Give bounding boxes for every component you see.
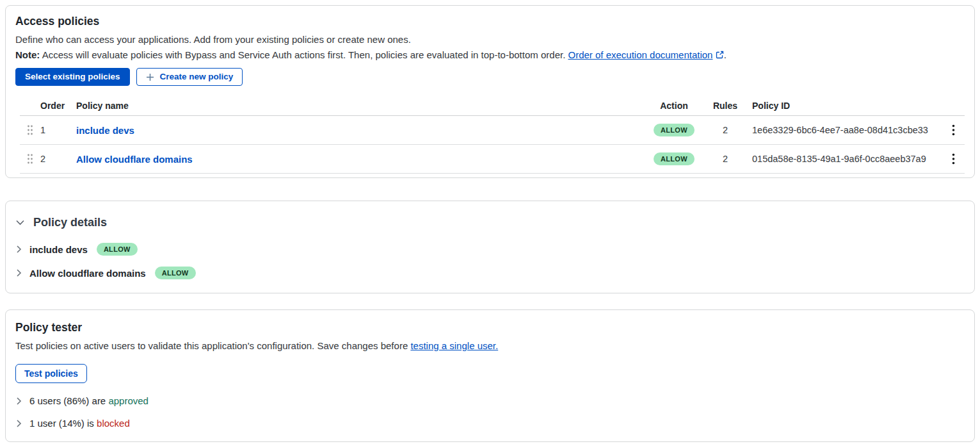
note-text: Note: Access will evaluate policies with…	[15, 47, 965, 62]
drag-handle-icon[interactable]	[20, 153, 40, 165]
column-header-rules: Rules	[705, 101, 746, 111]
policy-detail-item[interactable]: include devs ALLOW	[15, 243, 965, 256]
blocked-status: blocked	[97, 418, 130, 429]
chevron-right-icon	[15, 268, 22, 277]
column-header-policy-name: Policy name	[76, 101, 643, 111]
approved-status: approved	[108, 395, 149, 406]
result-summary: 1 user (14%) is blocked	[29, 418, 130, 429]
policy-details-header[interactable]: Policy details	[15, 215, 965, 229]
table-row: 2 Allow cloudflare domains ALLOW 2 015da…	[20, 145, 965, 174]
policy-detail-name: include devs	[29, 244, 88, 255]
drag-handle-icon[interactable]	[20, 124, 40, 136]
note-body: Access will evaluate policies with Bypas…	[42, 49, 566, 60]
result-summary: 6 users (86%) are approved	[29, 395, 149, 406]
policy-detail-item[interactable]: Allow cloudflare domains ALLOW	[15, 267, 965, 279]
tester-toolbar: Test policies	[15, 364, 965, 383]
policy-id: 1e6e3329-6bc6-4ee7-aa8e-08d41c3cbe33	[746, 125, 942, 135]
test-policies-button[interactable]: Test policies	[15, 364, 87, 383]
table-header-row: Order Policy name Action Rules Policy ID	[20, 101, 965, 116]
result-text: 6 users (86%) are	[29, 395, 106, 406]
column-header-action: Action	[643, 101, 705, 111]
policy-actions-toolbar: Select existing policies Create new poli…	[15, 68, 965, 86]
policy-detail-name: Allow cloudflare domains	[29, 268, 146, 279]
action-badge: ALLOW	[654, 152, 695, 165]
chevron-down-icon	[15, 218, 25, 226]
chevron-right-icon	[15, 419, 22, 428]
tester-result-row[interactable]: 1 user (14%) is blocked	[15, 418, 965, 429]
policy-details-section: Policy details include devs ALLOW Allow …	[5, 201, 975, 293]
select-existing-policies-button[interactable]: Select existing policies	[15, 68, 130, 86]
policy-order: 1	[40, 125, 76, 135]
create-new-policy-button[interactable]: Create new policy	[136, 68, 243, 86]
policy-tester-title: Policy tester	[15, 321, 965, 334]
chevron-right-icon	[15, 245, 22, 254]
section-description: Define who can access your applications.…	[15, 32, 965, 47]
testing-single-user-link[interactable]: testing a single user.	[410, 340, 498, 351]
policy-rules-count: 2	[705, 154, 746, 164]
action-badge: ALLOW	[155, 267, 196, 279]
policy-id: 015da58e-8135-49a1-9a6f-0cc8aeeb37a9	[746, 154, 942, 164]
note-label: Note:	[15, 49, 40, 60]
policy-rules-count: 2	[705, 125, 746, 135]
policy-name-link[interactable]: include devs	[76, 125, 134, 136]
result-text: 1 user (14%) is	[29, 418, 94, 429]
chevron-right-icon	[15, 397, 22, 406]
policy-tester-section: Policy tester Test policies on active us…	[5, 309, 975, 442]
policy-name-link[interactable]: Allow cloudflare domains	[76, 154, 193, 165]
row-menu-kebab-icon[interactable]	[948, 122, 959, 138]
policy-order: 2	[40, 154, 76, 164]
row-menu-kebab-icon[interactable]	[948, 151, 959, 167]
plus-icon	[146, 73, 154, 81]
action-badge: ALLOW	[97, 243, 138, 256]
policies-table: Order Policy name Action Rules Policy ID…	[20, 101, 965, 174]
table-row: 1 include devs ALLOW 2 1e6e3329-6bc6-4ee…	[20, 116, 965, 145]
column-header-policy-id: Policy ID	[746, 101, 942, 111]
policy-tester-description: Test policies on active users to validat…	[15, 339, 965, 353]
tester-result-row[interactable]: 6 users (86%) are approved	[15, 395, 965, 406]
note-period: .	[724, 49, 727, 60]
column-header-order: Order	[40, 101, 76, 111]
page-title: Access policies	[15, 15, 965, 28]
external-link-icon	[716, 51, 724, 59]
create-new-policy-label: Create new policy	[160, 72, 234, 82]
policy-details-title: Policy details	[33, 215, 107, 229]
order-of-execution-link[interactable]: Order of execution documentation	[568, 49, 712, 60]
tester-description-text: Test policies on active users to validat…	[15, 340, 408, 351]
action-badge: ALLOW	[654, 124, 695, 136]
access-policies-section: Access policies Define who can access yo…	[5, 5, 975, 178]
